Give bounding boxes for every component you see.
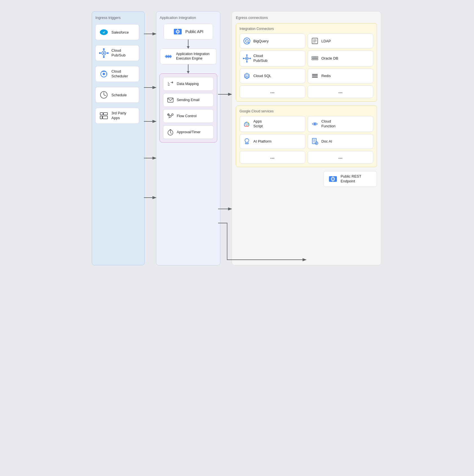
ai-platform-icon xyxy=(243,137,251,146)
rest-endpoint-icon xyxy=(328,174,338,184)
svg-point-10 xyxy=(103,48,105,50)
email-icon xyxy=(166,96,174,104)
more-connectors-1: ... xyxy=(240,86,305,98)
cloud-function-label: CloudFunction xyxy=(321,119,335,129)
public-api-icon xyxy=(173,27,183,36)
cloud-function-card: CloudFunction xyxy=(308,116,373,132)
more-gcs-1: ... xyxy=(240,151,305,163)
svg-point-28 xyxy=(168,56,169,57)
svg-point-27 xyxy=(166,56,167,57)
bigquery-card: BigQuery xyxy=(240,34,305,48)
svg-marker-68 xyxy=(246,75,248,78)
svg-point-60 xyxy=(246,54,248,56)
svg-point-37 xyxy=(172,114,173,115)
rest-endpoint-card: Public REST Endpoint xyxy=(323,171,377,187)
apps-icon xyxy=(99,111,109,121)
public-api-label: Public API xyxy=(185,29,203,34)
more2-label: ... xyxy=(338,89,343,95)
oracle-label: Oracle DB xyxy=(321,56,338,60)
svg-rect-69 xyxy=(312,74,318,75)
bigquery-label: BigQuery xyxy=(253,39,269,43)
3rdparty-card: 3rd PartyApps xyxy=(95,108,139,124)
svg-rect-70 xyxy=(312,75,318,76)
conn-pubsub-icon xyxy=(243,54,251,63)
appint-label: Application Integration xyxy=(160,16,196,20)
data-mapping-card: Data Mapping xyxy=(163,77,214,91)
approval-timer-card: Approval/Timer xyxy=(163,125,214,139)
ldap-icon xyxy=(311,37,319,45)
ldap-card: LDAP xyxy=(308,34,373,48)
svg-point-61 xyxy=(246,61,248,62)
oracle-card: Oracle DB xyxy=(308,51,373,66)
svg-rect-22 xyxy=(103,116,107,119)
exec-engine-card: Application IntegrationExecution Engine xyxy=(160,49,216,64)
cloud-sql-icon xyxy=(243,72,251,80)
appint-panel: Application Integration Public API xyxy=(156,11,220,265)
doc-ai-card: Doc AI xyxy=(308,134,373,149)
egress-panel: Egress connections Integration Connector… xyxy=(232,11,381,265)
apps-script-label: AppsScript xyxy=(253,119,263,129)
sending-email-label: Sending Email xyxy=(177,98,200,102)
ai-platform-card: AI Platform xyxy=(240,134,305,149)
bigquery-icon xyxy=(243,37,251,45)
svg-point-8 xyxy=(99,52,101,54)
svg-line-41 xyxy=(170,133,172,134)
oracle-icon xyxy=(311,54,319,63)
egress-label: Egress connections xyxy=(236,16,377,20)
pubsub-label: CloudPub/Sub xyxy=(111,48,126,58)
svg-line-18 xyxy=(104,95,106,96)
conn-pubsub-label: CloudPub/Sub xyxy=(253,54,267,63)
ai-platform-label: AI Platform xyxy=(253,139,271,143)
data-mapping-icon xyxy=(166,80,174,88)
svg-point-7 xyxy=(103,52,105,54)
conn-pubsub-card: CloudPub/Sub xyxy=(240,51,305,66)
apps-script-card: AppsScript xyxy=(240,116,305,132)
svg-point-11 xyxy=(103,56,105,58)
cloud-sql-card: Cloud SQL xyxy=(240,69,305,83)
svg-point-73 xyxy=(314,123,316,125)
ingress-panel: Ingress triggers sf Salesforce xyxy=(92,11,145,265)
redis-label: Redis xyxy=(321,74,331,78)
cloud-sql-label: Cloud SQL xyxy=(253,74,271,78)
cloud-scheduler-card: Cloud Scheduler xyxy=(95,66,139,82)
flow-control-label: Flow Control xyxy=(177,114,197,118)
more4-label: ... xyxy=(338,154,343,160)
svg-point-9 xyxy=(107,52,109,54)
arrow-down-1 xyxy=(188,40,188,49)
svg-point-29 xyxy=(170,56,171,57)
approval-timer-label: Approval/Timer xyxy=(177,130,201,134)
scheduler-label: Cloud Scheduler xyxy=(111,69,135,79)
redis-card: Redis xyxy=(308,69,373,83)
flow-icon xyxy=(166,112,174,120)
salesforce-label: Salesforce xyxy=(111,30,129,34)
cloud-pubsub-card: CloudPub/Sub xyxy=(95,45,139,61)
more-gcs-2: ... xyxy=(308,151,373,163)
svg-rect-20 xyxy=(104,113,107,115)
doc-ai-label: Doc AI xyxy=(321,139,332,143)
pubsub-icon xyxy=(99,48,109,58)
svg-line-46 xyxy=(248,42,249,43)
scheduler-icon xyxy=(99,69,109,79)
schedule-card: Schedule xyxy=(95,87,139,103)
rest-endpoint-label: Public REST Endpoint xyxy=(341,174,372,184)
svg-rect-21 xyxy=(100,116,102,119)
svg-text:sf: sf xyxy=(103,31,105,34)
public-api-card: Public API xyxy=(164,24,213,40)
schedule-label: Schedule xyxy=(111,93,127,97)
timer-icon xyxy=(166,128,174,136)
salesforce-card: sf Salesforce xyxy=(95,24,139,40)
flow-control-card: Flow Control xyxy=(163,109,214,123)
doc-ai-icon xyxy=(311,137,319,146)
svg-point-58 xyxy=(243,58,244,59)
svg-point-13 xyxy=(103,73,105,75)
cloud-function-icon xyxy=(311,120,319,128)
svg-point-72 xyxy=(246,123,248,125)
gcs-label: Google Cloud services xyxy=(240,109,373,113)
schedule-icon xyxy=(99,90,109,100)
svg-rect-71 xyxy=(312,77,318,78)
3rdparty-label: 3rd PartyApps xyxy=(111,111,126,121)
tasks-box: Data Mapping Sending Email xyxy=(159,73,217,143)
more3-label: ... xyxy=(270,154,275,160)
svg-rect-19 xyxy=(100,113,103,115)
ldap-label: LDAP xyxy=(321,39,331,43)
